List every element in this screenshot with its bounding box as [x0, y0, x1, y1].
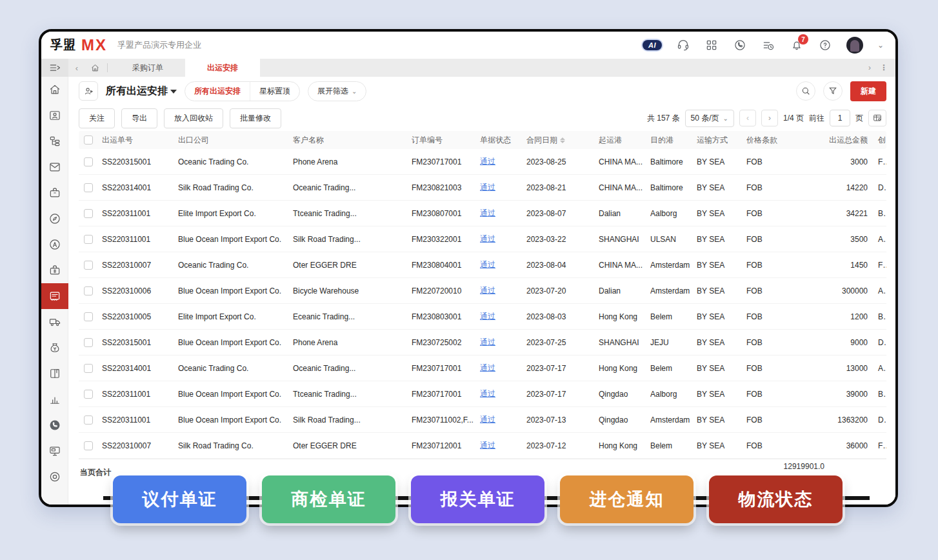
nav-back-icon[interactable]: ‹: [68, 63, 85, 73]
status-link[interactable]: 通过: [480, 260, 495, 269]
headset-support-icon[interactable]: [676, 38, 690, 52]
tab-出运安排[interactable]: 出运安排: [185, 59, 260, 77]
status-link[interactable]: 通过: [480, 415, 495, 424]
notification-bell-icon[interactable]: 7: [790, 38, 804, 52]
table-row[interactable]: SS220315001Blue Ocean Import Export Co.P…: [79, 330, 886, 355]
column-settings-icon[interactable]: [868, 110, 886, 126]
help-icon[interactable]: [818, 38, 832, 52]
prev-page-button[interactable]: ‹: [739, 110, 756, 126]
row-checkbox[interactable]: [84, 286, 93, 295]
status-link[interactable]: 通过: [480, 208, 495, 217]
view-title-dropdown[interactable]: 所有出运安排: [106, 85, 177, 98]
column-header[interactable]: 起运港: [599, 135, 650, 146]
toolbar-button-关注[interactable]: 关注: [79, 108, 115, 128]
status-link[interactable]: 通过: [480, 441, 495, 450]
column-header[interactable]: 运输方式: [697, 135, 746, 146]
row-checkbox[interactable]: [84, 235, 93, 244]
row-checkbox[interactable]: [84, 312, 93, 321]
row-checkbox[interactable]: [84, 390, 93, 399]
chart-icon[interactable]: [41, 386, 68, 412]
segment-所有出运安排[interactable]: 所有出运安排: [185, 82, 250, 101]
sidebar-collapse-toggle[interactable]: [41, 59, 68, 77]
status-link[interactable]: 通过: [480, 183, 495, 192]
table-row[interactable]: SS220311001Elite Import Export Co.Ttcean…: [79, 201, 886, 226]
account-chevron-down-icon[interactable]: ⌄: [877, 41, 884, 50]
truck-icon[interactable]: [41, 309, 68, 335]
row-checkbox[interactable]: [84, 415, 93, 425]
status-link[interactable]: 通过: [480, 234, 495, 243]
status-link[interactable]: 通过: [480, 157, 495, 166]
monitor-icon[interactable]: [41, 438, 68, 464]
search-icon[interactable]: [796, 81, 815, 101]
a-badge-icon[interactable]: [41, 232, 68, 257]
status-link[interactable]: 通过: [480, 312, 495, 321]
column-header[interactable]: 价格条款: [746, 135, 802, 146]
table-row[interactable]: SS220311001Blue Ocean Import Export Co.S…: [79, 226, 886, 252]
bag-icon[interactable]: [41, 180, 68, 206]
flow-button-进仓通知[interactable]: 进仓通知: [560, 475, 694, 523]
status-link[interactable]: 通过: [480, 389, 495, 398]
row-checkbox[interactable]: [84, 261, 93, 270]
money-bag-icon[interactable]: [41, 335, 68, 361]
table-row[interactable]: SS220311001Blue Ocean Import Export Co.T…: [79, 381, 886, 407]
row-checkbox[interactable]: [84, 157, 93, 166]
whatsapp-icon[interactable]: [733, 38, 747, 52]
goto-page-input[interactable]: [830, 110, 850, 126]
tab-采购订单[interactable]: 采购订单: [110, 59, 185, 77]
table-row[interactable]: SS220315001Oceanic Trading Co.Phone Aren…: [79, 149, 886, 175]
money-case-icon[interactable]: [41, 257, 68, 283]
table-row[interactable]: SS220314001Silk Road Trading Co.Oceanic …: [79, 175, 886, 201]
expand-filter-button[interactable]: 展开筛选 ⌄: [308, 81, 366, 101]
filter-funnel-icon[interactable]: [823, 81, 843, 101]
column-header[interactable]: 出运单号: [102, 135, 178, 146]
toolbar-button-放入回收站[interactable]: 放入回收站: [164, 108, 223, 128]
home-tab-icon[interactable]: [85, 63, 105, 73]
user-avatar[interactable]: [846, 37, 863, 54]
home-icon[interactable]: [41, 77, 68, 103]
table-row[interactable]: SS220314001Oceanic Trading Co.Oceanic Tr…: [79, 355, 886, 381]
table-row[interactable]: SS220310005Elite Import Export Co.Eceani…: [79, 304, 886, 330]
row-checkbox[interactable]: [84, 441, 93, 450]
contacts-icon[interactable]: [41, 103, 68, 128]
compass-icon[interactable]: [41, 206, 68, 232]
shipping-doc-icon[interactable]: [41, 283, 68, 309]
mail-icon[interactable]: [41, 154, 68, 180]
org-icon[interactable]: [41, 128, 68, 154]
table-row[interactable]: SS220310007Silk Road Trading Co.Oter EGG…: [79, 433, 886, 459]
column-header[interactable]: 目的港: [650, 135, 697, 146]
column-header[interactable]: 单据状态: [480, 135, 526, 146]
status-link[interactable]: 通过: [480, 363, 495, 372]
row-checkbox[interactable]: [84, 338, 93, 347]
whatsapp-icon[interactable]: [41, 412, 68, 438]
ai-assistant-icon[interactable]: AI: [643, 40, 662, 50]
toolbar-button-批量修改[interactable]: 批量修改: [230, 108, 281, 128]
apps-grid-icon[interactable]: [704, 38, 719, 52]
column-header[interactable]: 创建人: [874, 135, 886, 146]
status-link[interactable]: 通过: [480, 286, 495, 295]
column-header[interactable]: 出运总金额: [802, 135, 874, 146]
row-checkbox[interactable]: [84, 209, 93, 218]
status-link[interactable]: 通过: [480, 337, 495, 346]
tab-more-menu-icon[interactable]: ⋮: [880, 63, 888, 72]
sort-icon[interactable]: [560, 137, 565, 143]
toolbar-button-导出[interactable]: 导出: [121, 108, 157, 128]
flow-button-报关单证[interactable]: 报关单证: [411, 475, 544, 523]
table-row[interactable]: SS220310007Oceanic Trading Co.Oter EGGER…: [79, 252, 886, 278]
row-checkbox[interactable]: [84, 183, 93, 192]
column-header[interactable]: 客户名称: [293, 135, 412, 146]
owner-filter-icon[interactable]: [79, 81, 98, 101]
next-page-button[interactable]: ›: [761, 110, 778, 126]
column-header[interactable]: 合同日期: [526, 135, 599, 146]
column-header[interactable]: 订单编号: [412, 135, 480, 146]
table-row[interactable]: SS220310006Blue Ocean Import Export Co.B…: [79, 278, 886, 304]
flow-button-议付单证[interactable]: 议付单证: [113, 475, 246, 523]
book-icon[interactable]: [41, 361, 68, 386]
column-header[interactable]: 出口公司: [178, 135, 293, 146]
table-row[interactable]: SS220311001Blue Ocean Import Export Co.S…: [79, 407, 886, 433]
nav-forward-icon[interactable]: ›: [868, 63, 871, 72]
task-list-icon[interactable]: [761, 38, 775, 52]
gear-icon[interactable]: [41, 464, 68, 490]
select-all-checkbox[interactable]: [84, 135, 93, 145]
segment-星标置顶[interactable]: 星标置顶: [250, 82, 299, 101]
page-size-select[interactable]: 50 条/页 ⌄: [685, 110, 734, 127]
